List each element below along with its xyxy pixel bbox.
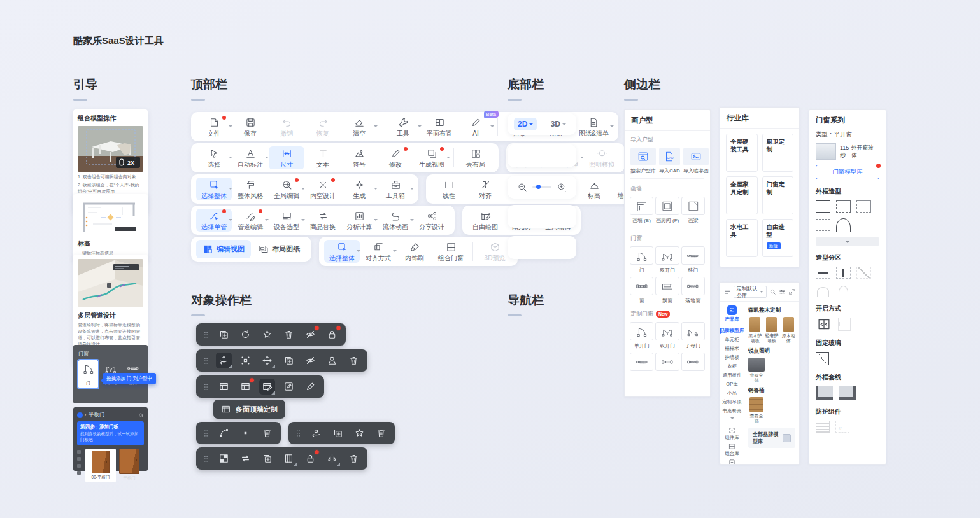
rail-menu-item[interactable]: 单元柜 — [720, 335, 744, 344]
object-action-button[interactable] — [216, 451, 232, 466]
rail-library-item[interactable]: 组合库 — [725, 443, 739, 457]
toolbar-item[interactable]: 选择 — [196, 146, 232, 169]
rail-menu-item[interactable]: 护墙板 — [720, 353, 744, 362]
object-action-button[interactable] — [281, 353, 297, 368]
tool-item[interactable]: 子母门 — [682, 322, 704, 349]
tool-item[interactable]: 导入CAD — [659, 148, 680, 174]
toolbar-item[interactable]: 文件 — [196, 115, 232, 138]
library-select[interactable]: 定制默认公库 — [734, 286, 767, 298]
toolbar-item[interactable]: 选择整体 — [324, 240, 360, 263]
toolbar-item[interactable]: 选择单管 — [196, 209, 232, 232]
rail-menu-item[interactable]: OP库 — [720, 380, 744, 389]
toolbar-item[interactable]: 编辑视图 — [196, 240, 251, 258]
toolbar-item[interactable]: 平面布置 — [422, 115, 457, 138]
zoom-slider[interactable] — [532, 186, 551, 188]
bottom-bar-button[interactable] — [515, 211, 525, 221]
current-product[interactable]: 115-外开窗玻纱一体 — [816, 143, 879, 160]
industry-card[interactable]: 水电工具 — [726, 219, 758, 257]
toolbar-item[interactable]: 管道编辑 — [232, 209, 268, 232]
toolbar-item[interactable]: Beta AI — [458, 115, 494, 138]
industry-card[interactable]: 全屋硬装工具 — [726, 134, 758, 172]
toolbar-item[interactable]: 生成 — [341, 178, 377, 200]
toolbar-item[interactable]: 撤销 — [269, 115, 304, 138]
drag-handle-icon[interactable] — [294, 428, 302, 438]
object-action-button[interactable] — [308, 425, 324, 441]
tool-item[interactable]: 门 — [630, 246, 653, 274]
rail-menu-item[interactable]: 小品 — [720, 389, 744, 398]
tool-item[interactable]: 窗 — [630, 277, 653, 304]
object-action-button[interactable] — [352, 425, 367, 441]
toolbar-item[interactable] — [472, 242, 473, 261]
toolbar-item[interactable]: 去布局 — [458, 146, 494, 169]
nav-bar-icon[interactable] — [515, 327, 534, 346]
back-chevron-icon[interactable]: ‹ — [85, 412, 87, 418]
trim-option-left[interactable] — [816, 386, 833, 400]
window-library-button[interactable]: 门窗模型库 — [816, 165, 879, 179]
toolbar-item[interactable]: 整体风格 — [232, 178, 268, 200]
object-action-button[interactable] — [324, 451, 340, 466]
toolbar-item[interactable]: 自由绘图 — [467, 209, 503, 232]
menu-icon[interactable] — [724, 288, 731, 295]
collapse-chevron-icon[interactable] — [730, 417, 734, 421]
door-panel-card-selected[interactable]: 00-平板门 — [85, 449, 116, 482]
toolbar-item[interactable]: 布局图纸 — [252, 240, 306, 258]
toolbar-item[interactable]: 内空设计 — [305, 178, 341, 200]
all-brands-button[interactable]: 全部品牌模型库 — [748, 428, 795, 448]
tool-item[interactable]: 导入临摹图 — [683, 148, 709, 174]
catalog-item[interactable]: 轻奢护墙板 — [765, 317, 778, 344]
view-mode-button[interactable]: 2D — [514, 118, 537, 130]
zone-shape-option[interactable] — [816, 284, 830, 297]
nav-bar-icon[interactable] — [515, 386, 534, 405]
object-action-button[interactable] — [259, 379, 275, 395]
nav-bar-icon[interactable] — [515, 415, 534, 434]
object-action-button[interactable] — [216, 353, 232, 368]
search-icon[interactable] — [769, 288, 776, 295]
industry-card[interactable]: 门窗定制 — [762, 176, 794, 214]
nav-bar-icon[interactable] — [546, 356, 565, 375]
toolbar-item[interactable]: 尺寸 — [269, 146, 304, 169]
drag-handle-icon[interactable] — [202, 382, 210, 392]
drag-handle-icon[interactable] — [202, 428, 210, 438]
rail-menu-item[interactable]: 榻榻米 — [720, 344, 744, 353]
toolbar-item[interactable]: 保存 — [232, 115, 268, 138]
toolbar-item[interactable]: 流体动画 — [378, 209, 413, 232]
trim-option-right[interactable] — [839, 386, 856, 400]
toolbar-item[interactable]: 清空 — [341, 115, 377, 138]
object-action-button[interactable] — [259, 451, 275, 466]
toolbar-item[interactable]: 对齐方式 — [360, 240, 396, 263]
object-action-button[interactable] — [302, 379, 318, 395]
toolbar-item[interactable]: 标高 — [576, 178, 612, 200]
bottom-bar-button[interactable] — [544, 211, 554, 221]
object-action-button[interactable] — [216, 326, 232, 342]
object-action-button[interactable] — [216, 425, 232, 441]
tool-item[interactable]: 画梁 — [682, 197, 704, 224]
rail-product-library[interactable]: 产品库 — [725, 305, 739, 323]
object-action-button[interactable] — [324, 326, 340, 342]
industry-card[interactable]: 全屋家具定制 — [726, 176, 758, 214]
frame-shape-option[interactable] — [856, 200, 871, 213]
rail-menu-item[interactable]: 通用板件 — [720, 371, 744, 380]
zone-shape-option[interactable] — [836, 284, 851, 297]
toolbar-item[interactable]: 设备选型 — [269, 209, 304, 232]
drag-handle-icon[interactable] — [202, 356, 210, 366]
nav-bar-icon[interactable] — [546, 386, 565, 405]
toolbar-item[interactable]: 生成视图 — [414, 146, 450, 169]
rail-menu-item[interactable]: 书桌餐桌 — [720, 407, 744, 416]
toolbar-item[interactable] — [497, 117, 498, 136]
bottom-bar-button[interactable] — [530, 211, 540, 221]
drag-handle-icon[interactable] — [202, 454, 210, 464]
expand-icon[interactable] — [788, 288, 795, 295]
guard-grille-option[interactable] — [835, 421, 849, 433]
bottom-bar-button[interactable] — [557, 151, 567, 161]
toolbar-item[interactable]: 对齐 — [467, 178, 503, 200]
object-action-button[interactable] — [259, 425, 275, 441]
toolbar-item[interactable] — [453, 148, 454, 167]
bottom-bar-button[interactable] — [517, 151, 527, 161]
rail-library-item[interactable]: 组件库 — [725, 427, 739, 441]
rail-menu-item[interactable]: 品牌模型库 — [720, 326, 744, 335]
bottom-bar-button[interactable] — [558, 211, 569, 221]
toolbar-item[interactable]: 分享设计 — [414, 209, 450, 232]
object-action-button[interactable] — [238, 379, 253, 395]
object-action-button[interactable] — [281, 326, 297, 342]
door-panel-card[interactable]: 平板门 — [119, 449, 139, 481]
